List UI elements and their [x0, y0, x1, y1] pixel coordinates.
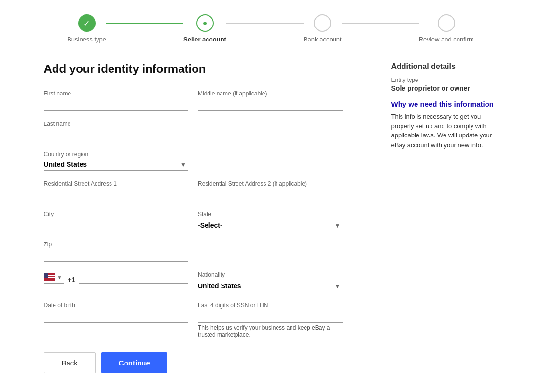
zip-input[interactable] [44, 250, 189, 262]
step-label-2: Seller account [183, 36, 226, 43]
vertical-divider [362, 62, 362, 373]
step-business-type: ✓ Business type [67, 14, 106, 43]
step-circle-3 [314, 14, 331, 32]
last-name-input[interactable] [44, 129, 189, 141]
step-review-confirm: Review and confirm [419, 14, 474, 43]
country-select[interactable]: United States Canada United Kingdom [44, 159, 189, 171]
entity-type-value: Sole proprietor or owner [391, 84, 498, 92]
street1-label: Residential Street Address 1 [44, 180, 189, 187]
first-name-input[interactable] [44, 99, 189, 111]
state-select-wrapper: -Select- Alabama Alaska California New Y… [198, 219, 343, 231]
continue-button[interactable]: Continue [101, 352, 167, 373]
form-section: Add your identity information First name… [44, 62, 343, 373]
why-info-title: Why we need this information [391, 100, 498, 108]
state-label: State [198, 211, 343, 217]
first-name-label: First name [44, 90, 189, 97]
phone-row: ▼ +1 [44, 271, 189, 284]
flag-chevron-icon: ▼ [57, 275, 62, 280]
ssn-helper-text: This helps us verify your business and k… [198, 324, 343, 338]
state-group: State -Select- Alabama Alaska California… [198, 211, 343, 231]
state-select[interactable]: -Select- Alabama Alaska California New Y… [198, 219, 343, 231]
middle-name-label: Middle name (if applicable) [198, 90, 343, 97]
last-name-row: Last name [44, 121, 343, 141]
back-button[interactable]: Back [44, 352, 96, 373]
city-input[interactable] [44, 219, 189, 231]
city-label: City [44, 211, 189, 217]
country-select-wrapper: United States Canada United Kingdom ▼ [44, 159, 189, 171]
connector-1 [106, 23, 183, 24]
ssn-input[interactable] [198, 311, 343, 323]
flag-union [44, 273, 49, 278]
last-name-label: Last name [44, 121, 189, 127]
why-info-text: This info is necessary to get you proper… [391, 112, 498, 149]
phone-flag-selector[interactable]: ▼ [44, 271, 64, 284]
dob-group: Date of birth [44, 302, 189, 338]
dob-label: Date of birth [44, 302, 189, 309]
country-label: Country or region [44, 151, 189, 158]
city-group: City [44, 211, 189, 231]
dob-ssn-row: Date of birth Last 4 digits of SSN or IT… [44, 302, 343, 338]
country-row: Country or region United States Canada U… [44, 151, 343, 171]
zip-row: Zip [44, 241, 343, 262]
connector-2 [226, 23, 304, 24]
buttons-row: Back Continue [44, 352, 343, 373]
step-circle-4 [438, 14, 455, 32]
zip-label: Zip [44, 241, 189, 248]
us-flag-icon [44, 273, 55, 281]
nationality-select-wrapper: United States Canada United Kingdom ▼ [198, 280, 343, 292]
stepper: ✓ Business type ● Seller account Bank ac… [0, 0, 541, 53]
info-panel-title: Additional details [391, 62, 498, 71]
street2-group: Residential Street Address 2 (if applica… [198, 180, 343, 201]
zip-group: Zip [44, 241, 189, 262]
connector-3 [342, 23, 419, 24]
step-bank-account: Bank account [304, 14, 342, 43]
phone-nationality-row: ▼ +1 Nationality United States Canada Un… [44, 271, 343, 292]
middle-name-group: Middle name (if applicable) [198, 90, 343, 111]
ssn-group: Last 4 digits of SSN or ITIN This helps … [198, 302, 343, 338]
middle-name-input[interactable] [198, 99, 343, 111]
nationality-label: Nationality [198, 271, 343, 278]
street1-input[interactable] [44, 189, 189, 201]
main-layout: Add your identity information First name… [15, 53, 527, 383]
street-row: Residential Street Address 1 Residential… [44, 180, 343, 201]
nationality-group: Nationality United States Canada United … [198, 271, 343, 292]
info-panel: Additional details Entity type Sole prop… [382, 62, 498, 373]
ssn-label: Last 4 digits of SSN or ITIN [198, 302, 343, 309]
last-name-group: Last name [44, 121, 189, 141]
first-name-group: First name [44, 90, 189, 111]
page-title: Add your identity information [44, 62, 343, 76]
nationality-select[interactable]: United States Canada United Kingdom [198, 280, 343, 292]
step-label-3: Bank account [304, 36, 342, 43]
step-circle-2: ● [196, 14, 214, 32]
street2-label: Residential Street Address 2 (if applica… [198, 180, 343, 187]
step-label-4: Review and confirm [419, 36, 474, 43]
street1-group: Residential Street Address 1 [44, 180, 189, 201]
step-seller-account: ● Seller account [183, 14, 226, 43]
phone-country-code: +1 [68, 276, 75, 284]
step-label-1: Business type [67, 36, 106, 43]
phone-input[interactable] [79, 271, 188, 284]
name-row: First name Middle name (if applicable) [44, 90, 343, 111]
street2-input[interactable] [198, 189, 343, 201]
phone-group: ▼ +1 [44, 271, 189, 292]
step-circle-1: ✓ [78, 14, 96, 32]
country-group: Country or region United States Canada U… [44, 151, 189, 171]
city-state-row: City State -Select- Alabama Alaska Calif… [44, 211, 343, 231]
entity-type-label: Entity type [391, 77, 498, 83]
dob-input[interactable] [44, 311, 189, 323]
